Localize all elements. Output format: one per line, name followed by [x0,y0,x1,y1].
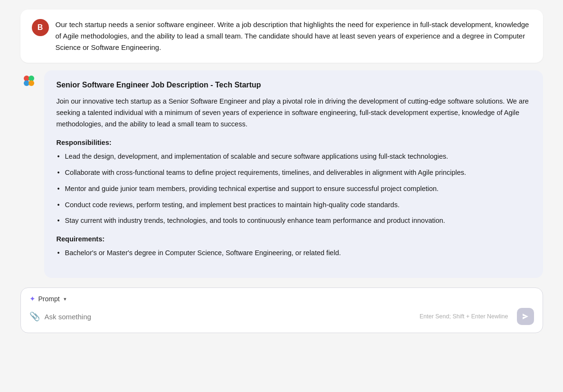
responsibilities-heading: Responsibilities: [57,139,531,146]
list-item: Collaborate with cross-functional teams … [57,167,531,179]
input-row: 📎 Enter Send; Shift + Enter Newline [29,308,534,325]
prompt-selector[interactable]: ✦ Prompt ▾ [29,295,534,303]
chat-container: B Our tech startup needs a senior softwa… [20,10,543,333]
requirements-heading: Requirements: [57,235,531,243]
chevron-down-icon: ▾ [64,296,67,302]
ai-response-content: Senior Software Engineer Job Description… [44,70,543,278]
prompt-label: Prompt [38,295,60,303]
avatar: B [32,19,49,36]
input-area: ✦ Prompt ▾ 📎 Enter Send; Shift + Enter N… [20,287,543,333]
ai-response-title: Senior Software Engineer Job Description… [57,81,531,89]
sparkle-icon: ✦ [29,295,36,303]
send-icon [522,313,529,320]
ai-message: Senior Software Engineer Job Description… [20,70,543,278]
responsibilities-list: Lead the design, development, and implem… [57,151,531,227]
ask-input[interactable] [45,313,415,321]
list-item: Lead the design, development, and implem… [57,151,531,163]
ai-logo-icon [22,74,36,87]
list-item: Mentor and guide junior team members, pr… [57,183,531,195]
user-message: B Our tech startup needs a senior softwa… [20,10,543,63]
send-hint-text: Enter Send; Shift + Enter Newline [420,313,508,320]
requirements-list: Bachelor's or Master's degree in Compute… [57,248,531,259]
list-item: Bachelor's or Master's degree in Compute… [57,248,531,259]
send-button[interactable] [517,308,534,325]
list-item: Conduct code reviews, perform testing, a… [57,200,531,211]
list-item: Stay current with industry trends, techn… [57,215,531,227]
attach-icon[interactable]: 📎 [29,311,40,322]
user-message-text: Our tech startup needs a senior software… [56,19,532,53]
ai-intro-text: Join our innovative tech startup as a Se… [57,96,531,130]
svg-point-3 [29,80,34,86]
ai-avatar [20,72,38,89]
